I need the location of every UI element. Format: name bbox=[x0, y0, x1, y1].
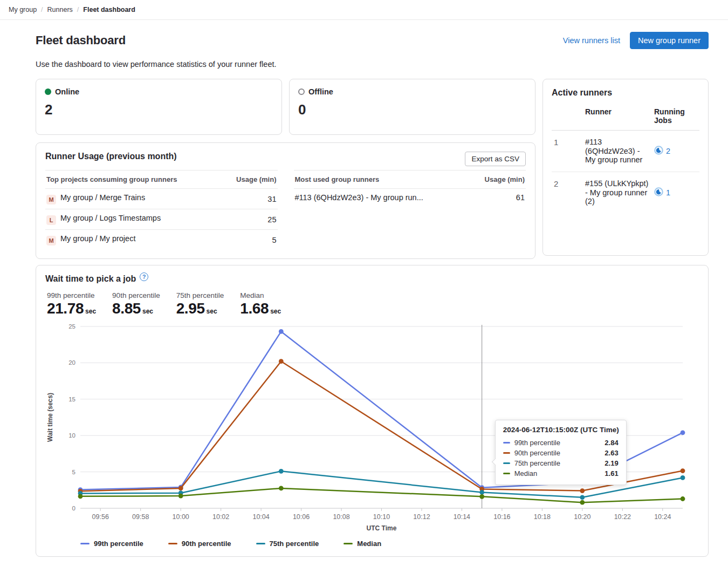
tooltip-series-row: Median1.61 bbox=[503, 468, 619, 479]
stat-unit: sec bbox=[85, 308, 96, 315]
offline-label: Offline bbox=[308, 87, 333, 96]
runner-name-link[interactable]: #113 (6QHdzW2e3) - My group runner bbox=[585, 138, 652, 165]
breadcrumb-item-my-group[interactable]: My group bbox=[9, 6, 37, 13]
svg-text:Wait time (secs): Wait time (secs) bbox=[46, 393, 54, 442]
runner-col-header: Runner bbox=[585, 107, 652, 125]
running-jobs-col-header: Running Jobs bbox=[654, 107, 699, 125]
svg-text:0: 0 bbox=[72, 505, 75, 512]
runner-usage-card: Runner Usage (previous month) Export as … bbox=[36, 142, 535, 259]
project-cell: LMy group / Logs Timestamps bbox=[45, 209, 222, 230]
tooltip-series-name: Median bbox=[514, 469, 601, 478]
stat-value: 1.68sec bbox=[240, 300, 281, 317]
active-runners-table-header: Runner Running Jobs bbox=[552, 107, 699, 131]
tooltip-series-value: 2.63 bbox=[605, 449, 618, 457]
breadcrumb-current: Fleet dashboard bbox=[83, 6, 135, 13]
stat-unit: sec bbox=[207, 308, 217, 315]
legend-item[interactable]: 75th percentile bbox=[256, 540, 319, 548]
runner-index: 2 bbox=[552, 179, 583, 206]
svg-text:10:10: 10:10 bbox=[373, 513, 390, 521]
legend-swatch bbox=[344, 543, 353, 545]
stat-value: 2.95sec bbox=[176, 300, 224, 317]
svg-text:25: 25 bbox=[68, 323, 75, 330]
active-runners-title: Active runners bbox=[552, 88, 699, 98]
tooltip-series-row: 90th percentile2.63 bbox=[503, 448, 619, 458]
stat-label: 90th percentile bbox=[112, 291, 160, 299]
svg-text:UTC Time: UTC Time bbox=[367, 524, 397, 532]
most-used-runners-table: Most used group runners Usage (min) #113… bbox=[294, 170, 526, 206]
tooltip-series-name: 99th percentile bbox=[514, 439, 601, 447]
help-icon[interactable]: ? bbox=[140, 272, 148, 281]
project-avatar: M bbox=[46, 236, 56, 246]
legend-swatch bbox=[80, 543, 90, 545]
table-row: MMy group / My project5 bbox=[45, 230, 278, 250]
svg-text:10:22: 10:22 bbox=[614, 513, 631, 521]
svg-text:10:20: 10:20 bbox=[574, 513, 590, 521]
wait-time-title: Wait time to pick a job bbox=[45, 274, 136, 284]
wait-time-card: Wait time to pick a job ? 99th percentil… bbox=[36, 265, 709, 557]
online-count: 2 bbox=[45, 101, 273, 118]
export-csv-button[interactable]: Export as CSV bbox=[465, 152, 526, 166]
legend-label: 99th percentile bbox=[94, 540, 143, 548]
running-jobs-count: 1 bbox=[666, 188, 670, 197]
offline-runners-card: Offline 0 bbox=[289, 79, 535, 135]
legend-item[interactable]: Median bbox=[344, 540, 381, 548]
svg-text:10: 10 bbox=[68, 432, 75, 439]
online-label: Online bbox=[55, 87, 79, 96]
top-projects-table: Top projects consuming group runners Usa… bbox=[45, 170, 278, 250]
page-title: Fleet dashboard bbox=[36, 33, 126, 47]
svg-text:10:02: 10:02 bbox=[212, 513, 229, 521]
usage-cell: 61 bbox=[469, 189, 526, 207]
project-avatar: M bbox=[46, 195, 56, 204]
tooltip-series-swatch bbox=[503, 473, 510, 475]
wait-time-chart[interactable]: 051015202509:5609:5810:0010:0210:0410:06… bbox=[45, 322, 699, 535]
usage-cell: 5 bbox=[222, 230, 278, 250]
tooltip-series-name: 90th percentile bbox=[514, 449, 601, 457]
most-used-runners-col-header: Most used group runners bbox=[294, 171, 469, 189]
legend-label: 75th percentile bbox=[270, 540, 319, 548]
tooltip-series-value: 1.61 bbox=[605, 469, 618, 478]
svg-text:10:18: 10:18 bbox=[534, 513, 551, 521]
active-runner-row: 2#155 (ULkKYpkpt) - My group runner (2)1 bbox=[552, 172, 699, 213]
usage-cell: 25 bbox=[222, 209, 278, 230]
running-jobs-count: 2 bbox=[666, 147, 670, 155]
stat-unit: sec bbox=[270, 308, 281, 315]
tooltip-series-swatch bbox=[503, 442, 510, 444]
stat-value: 8.85sec bbox=[112, 300, 160, 317]
running-jobs-link[interactable]: 2 bbox=[654, 146, 699, 156]
breadcrumb-item-runners[interactable]: Runners bbox=[47, 6, 73, 13]
breadcrumb: My group / Runners / Fleet dashboard bbox=[0, 0, 728, 20]
table-row: LMy group / Logs Timestamps25 bbox=[45, 209, 278, 230]
runner-name-link[interactable]: #155 (ULkKYpkpt) - My group runner (2) bbox=[585, 179, 652, 206]
legend-label: 90th percentile bbox=[182, 540, 231, 548]
new-group-runner-button[interactable]: New group runner bbox=[630, 32, 709, 49]
tooltip-series-row: 75th percentile2.19 bbox=[503, 458, 619, 468]
runner-index: 1 bbox=[552, 138, 583, 165]
legend-item[interactable]: 99th percentile bbox=[80, 540, 143, 548]
active-runner-row: 1#113 (6QHdzW2e3) - My group runner2 bbox=[552, 131, 699, 172]
online-status-icon bbox=[45, 88, 51, 95]
table-row: #113 (6QHdzW2e3) - My group run...61 bbox=[294, 189, 526, 207]
svg-text:10:04: 10:04 bbox=[252, 513, 269, 521]
index-col-header bbox=[552, 107, 583, 125]
tooltip-series-swatch bbox=[503, 462, 510, 465]
view-runners-list-link[interactable]: View runners list bbox=[563, 36, 620, 45]
stat-label: 99th percentile bbox=[47, 291, 96, 299]
table-row: MMy group / Merge Trains31 bbox=[45, 189, 278, 209]
legend-label: Median bbox=[357, 540, 381, 548]
running-status-icon bbox=[654, 187, 663, 198]
stat-label: Median bbox=[240, 291, 281, 299]
offline-status-icon bbox=[298, 88, 305, 95]
legend-item[interactable]: 90th percentile bbox=[168, 540, 231, 548]
stat-value: 21.78sec bbox=[47, 300, 96, 317]
breadcrumb-separator: / bbox=[41, 6, 43, 13]
tooltip-series-name: 75th percentile bbox=[514, 459, 601, 467]
running-jobs-link[interactable]: 1 bbox=[654, 187, 699, 198]
wait-time-stat: Median1.68sec bbox=[240, 291, 281, 317]
top-projects-col-header: Top projects consuming group runners bbox=[45, 171, 222, 189]
project-avatar: L bbox=[46, 215, 56, 225]
stat-label: 75th percentile bbox=[176, 291, 224, 299]
wait-time-stat: 90th percentile8.85sec bbox=[112, 291, 160, 317]
legend-swatch bbox=[168, 543, 177, 545]
online-runners-card: Online 2 bbox=[36, 79, 282, 135]
svg-text:09:58: 09:58 bbox=[132, 513, 149, 521]
